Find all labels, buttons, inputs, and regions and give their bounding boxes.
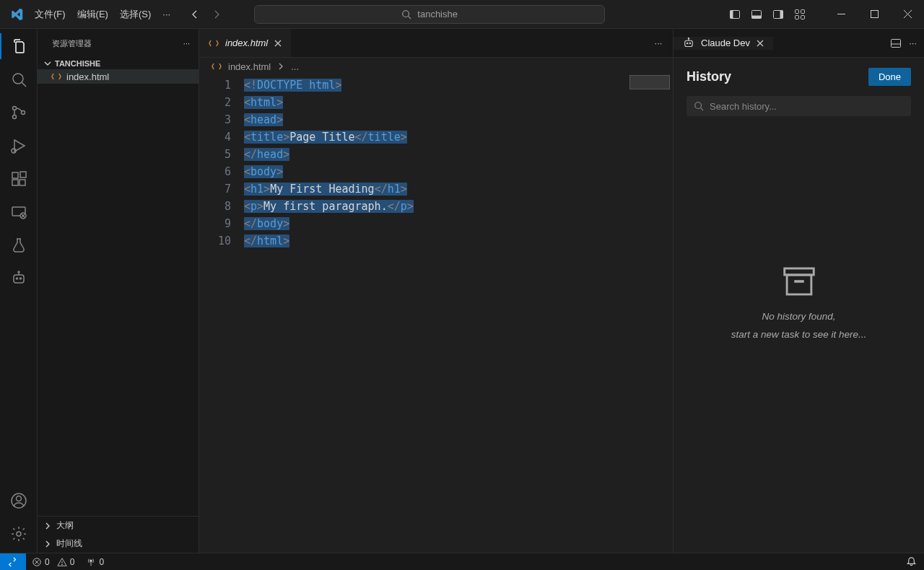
layout-panel-icon[interactable]	[751, 9, 762, 20]
nav-forward-icon[interactable]	[211, 9, 222, 20]
activity-bar	[0, 29, 38, 553]
chevron-right-icon	[43, 522, 52, 530]
breadcrumb-more: ...	[291, 61, 299, 72]
bell-icon[interactable]	[906, 556, 917, 567]
editor-tabs: index.html ···	[199, 29, 673, 58]
svg-point-41	[687, 43, 688, 44]
layout-sidebar-left-icon[interactable]	[729, 9, 741, 20]
window-minimize-icon[interactable]	[824, 0, 858, 29]
breadcrumb[interactable]: index.html ...	[199, 58, 673, 75]
line-numbers: 12345678910	[199, 75, 244, 553]
menu-file[interactable]: 文件(F)	[29, 0, 71, 29]
warnings-count: 0	[70, 557, 75, 567]
vscode-logo-icon	[4, 8, 29, 21]
activity-explorer-icon[interactable]	[9, 36, 29, 56]
archive-icon	[780, 262, 819, 301]
title-bar: 文件(F) 编辑(E) 选择(S) ··· tanchishe	[0, 0, 924, 29]
activity-debug-icon[interactable]	[9, 136, 29, 156]
tab-close-icon[interactable]	[274, 39, 282, 48]
svg-rect-25	[20, 172, 26, 177]
activity-testing-icon[interactable]	[9, 235, 29, 255]
svg-point-19	[12, 115, 16, 119]
status-problems[interactable]: 0 0	[26, 557, 80, 567]
history-empty-state: No history found, start a new task to se…	[687, 116, 911, 543]
file-name: index.html	[66, 71, 109, 82]
chevron-right-icon	[43, 540, 52, 548]
svg-point-0	[403, 10, 409, 17]
nav-back-icon[interactable]	[189, 9, 201, 20]
svg-rect-5	[752, 15, 762, 18]
empty-text-1: No history found,	[762, 311, 835, 322]
minimap[interactable]	[627, 75, 673, 553]
menu-select[interactable]: 选择(S)	[114, 0, 157, 29]
remote-indicator-icon[interactable]	[0, 553, 26, 571]
svg-rect-11	[801, 15, 805, 19]
svg-point-37	[17, 532, 21, 536]
window-maximize-icon[interactable]	[858, 0, 891, 29]
outline-section[interactable]: 大纲	[38, 517, 199, 535]
errors-count: 0	[45, 557, 50, 567]
claude-tab-bar: Claude Dev ···	[674, 29, 924, 58]
radio-tower-icon	[86, 557, 96, 567]
search-placeholder: Search history...	[710, 101, 777, 112]
claude-body: History Done Search history... No histor…	[674, 58, 924, 553]
done-button[interactable]: Done	[868, 68, 911, 86]
activity-scm-icon[interactable]	[9, 102, 29, 123]
activity-settings-icon[interactable]	[9, 524, 29, 544]
svg-rect-9	[801, 9, 805, 13]
svg-rect-23	[12, 180, 18, 185]
activity-claude-icon[interactable]	[9, 268, 29, 289]
panel-layout-icon[interactable]	[890, 38, 902, 49]
svg-point-42	[689, 43, 691, 44]
activity-account-icon[interactable]	[9, 491, 29, 511]
status-ports[interactable]: 0	[80, 557, 110, 567]
svg-point-32	[19, 278, 21, 279]
layout-sidebar-right-icon[interactable]	[772, 9, 784, 20]
sidebar-title: 资源管理器	[52, 38, 92, 49]
chevron-right-icon	[276, 62, 285, 71]
robot-icon	[682, 37, 695, 50]
menu-edit[interactable]: 编辑(E)	[71, 0, 114, 29]
svg-point-31	[16, 278, 17, 279]
svg-point-16	[13, 74, 23, 84]
editor-more-icon[interactable]: ···	[644, 29, 673, 57]
editor-tab[interactable]: index.html	[199, 29, 291, 57]
html-file-icon	[211, 61, 222, 72]
tab-label: index.html	[225, 38, 268, 48]
folder-section[interactable]: TANCHISHE	[38, 58, 199, 69]
history-search-input[interactable]: Search history...	[687, 96, 911, 116]
timeline-label: 时间线	[56, 538, 82, 550]
svg-point-58	[61, 564, 62, 565]
menu-more[interactable]: ···	[157, 0, 176, 29]
svg-rect-7	[780, 10, 783, 18]
claude-tab[interactable]: Claude Dev	[674, 37, 773, 50]
svg-rect-40	[685, 40, 693, 46]
html-file-icon	[208, 38, 219, 49]
svg-point-49	[695, 102, 702, 109]
file-item[interactable]: index.html	[38, 69, 199, 84]
activity-extensions-icon[interactable]	[9, 169, 29, 189]
empty-text-2: start a new task to see it here...	[731, 329, 867, 340]
activity-search-icon[interactable]	[9, 69, 29, 89]
svg-line-1	[409, 16, 411, 19]
svg-rect-8	[796, 9, 799, 13]
claude-panel: Claude Dev ··· History Done Search histo…	[673, 29, 924, 553]
search-text: tanchishe	[417, 9, 458, 19]
sidebar-more-icon[interactable]: ···	[183, 39, 190, 48]
sidebar-header: 资源管理器 ···	[38, 29, 199, 58]
tab-close-icon[interactable]	[756, 39, 764, 48]
panel-more-icon[interactable]: ···	[909, 38, 917, 49]
layout-customize-icon[interactable]	[794, 9, 806, 20]
activity-remote-icon[interactable]	[9, 202, 29, 222]
editor-body[interactable]: 12345678910 <!DOCTYPE html> <html> <head…	[199, 75, 673, 553]
svg-rect-52	[787, 275, 811, 294]
window-close-icon[interactable]	[891, 0, 924, 29]
svg-point-36	[16, 496, 21, 501]
timeline-section[interactable]: 时间线	[38, 535, 199, 553]
command-center[interactable]: tanchishe	[254, 5, 605, 24]
svg-rect-22	[12, 172, 18, 178]
explorer-sidebar: 资源管理器 ··· TANCHISHE index.html 大纲 时间线	[38, 29, 199, 553]
code-content[interactable]: <!DOCTYPE html> <html> <head> <title>Pag…	[244, 75, 673, 553]
svg-rect-13	[871, 11, 878, 18]
warning-icon	[57, 557, 67, 567]
